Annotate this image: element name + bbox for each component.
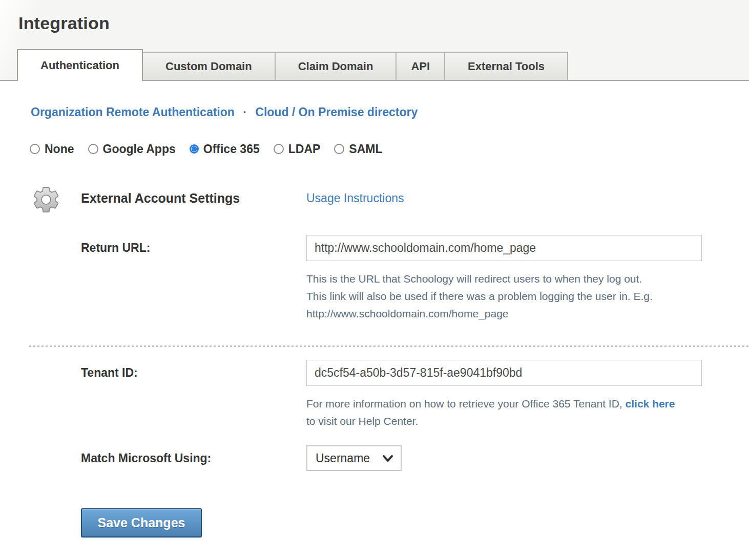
tab-api[interactable]: API [396,52,445,81]
radio-selected-icon [190,144,199,154]
return-url-label: Return URL: [81,235,306,255]
radio-circle-icon [30,144,40,154]
tenant-id-row: Tenant ID: For more information on how t… [0,360,749,430]
chevron-down-icon [382,451,393,465]
radio-circle-icon [334,144,344,154]
match-microsoft-row: Match Microsoft Using: Username [0,445,749,471]
tenant-id-help-prefix: For more information on how to retrieve … [306,398,626,410]
match-microsoft-selected-value: Username [316,451,370,465]
integration-page: Integration Authentication Custom Domain… [0,0,749,560]
radio-google-apps[interactable]: Google Apps [88,142,176,156]
tab-authentication[interactable]: Authentication [17,49,143,81]
page-header: Integration Authentication Custom Domain… [0,0,749,81]
usage-instructions-link[interactable]: Usage Instructions [306,190,404,206]
tab-claim-domain[interactable]: Claim Domain [275,52,397,81]
page-title: Integration [0,0,749,33]
tenant-id-help: For more information on how to retrieve … [306,395,675,430]
section-heading-row: External Account Settings Usage Instruct… [0,190,749,207]
tenant-id-input[interactable] [306,360,702,386]
return-url-input[interactable] [306,235,702,261]
radio-saml-label: SAML [349,142,382,156]
tab-external-tools[interactable]: External Tools [444,52,568,81]
tab-custom-domain[interactable]: Custom Domain [142,52,276,81]
auth-method-radio-group: None Google Apps Office 365 LDAP SAML [30,141,749,157]
click-here-link[interactable]: click here [626,398,675,410]
external-account-settings-section: External Account Settings Usage Instruct… [0,190,749,537]
tab-bar: Authentication Custom Domain Claim Domai… [17,49,568,81]
return-url-row: Return URL: This is the URL that Schoolo… [0,235,749,322]
section-heading: External Account Settings [81,190,306,206]
radio-saml[interactable]: SAML [334,142,382,156]
radio-circle-icon [88,144,98,154]
radio-google-apps-label: Google Apps [103,142,176,156]
return-url-field: This is the URL that Schoology will redi… [306,235,702,322]
radio-ldap-label: LDAP [288,142,321,156]
gear-icon [31,184,61,215]
radio-office-365[interactable]: Office 365 [190,142,260,156]
dashed-divider [29,346,749,347]
radio-none[interactable]: None [30,142,74,156]
save-changes-button[interactable]: Save Changes [81,508,202,537]
match-microsoft-field: Username [306,445,702,471]
tenant-id-label: Tenant ID: [81,360,306,380]
tenant-id-field: For more information on how to retrieve … [306,360,702,430]
subnav-separator: · [243,105,247,119]
return-url-help: This is the URL that Schoology will redi… [306,270,660,322]
radio-circle-icon [274,144,284,154]
tenant-id-help-suffix: to visit our Help Center. [306,415,418,427]
link-organization-remote-authentication[interactable]: Organization Remote Authentication [31,105,235,119]
radio-ldap[interactable]: LDAP [274,142,321,156]
link-cloud-on-premise-directory[interactable]: Cloud / On Premise directory [255,105,418,119]
subnav: Organization Remote Authentication · Clo… [31,105,749,119]
match-microsoft-label: Match Microsoft Using: [81,445,306,465]
tab-content: Organization Remote Authentication · Clo… [0,105,749,537]
match-microsoft-select[interactable]: Username [306,445,402,471]
radio-none-label: None [45,142,74,156]
radio-office-365-label: Office 365 [203,142,260,156]
